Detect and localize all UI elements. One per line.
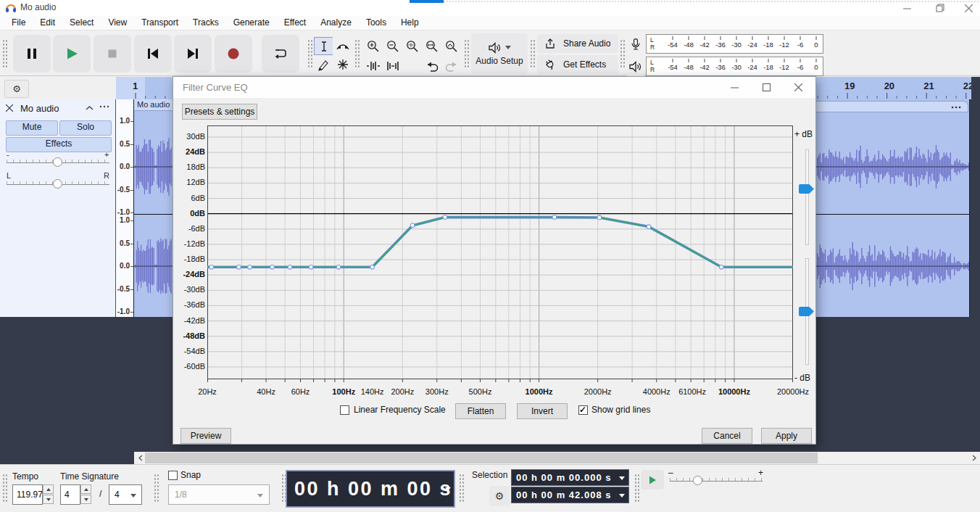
- solo-button[interactable]: Solo: [59, 120, 112, 136]
- loop-button[interactable]: [262, 35, 299, 73]
- menu-view[interactable]: View: [101, 16, 134, 30]
- speed-slider[interactable]: [670, 481, 763, 482]
- scroll-right-arrow[interactable]: [969, 453, 979, 463]
- dialog-minimize-button[interactable]: [718, 77, 750, 98]
- horizontal-scrollbar[interactable]: [134, 452, 980, 464]
- menu-transport[interactable]: Transport: [134, 16, 186, 30]
- scrollbar-thumb[interactable]: [145, 453, 818, 463]
- skip-to-start-button[interactable]: [134, 35, 172, 73]
- preview-button[interactable]: Preview: [180, 428, 231, 444]
- time-display-grip[interactable]: [281, 474, 286, 503]
- tool-selection-button[interactable]: [314, 37, 333, 55]
- invert-button[interactable]: Invert: [517, 403, 568, 419]
- time-signature-spinner[interactable]: [80, 484, 92, 505]
- max-db-slider-thumb[interactable]: [799, 184, 814, 194]
- snap-toolbar-grip[interactable]: [154, 474, 159, 503]
- menu-tracks[interactable]: Tracks: [186, 16, 226, 30]
- tools-toolbar-grip[interactable]: [307, 39, 312, 68]
- menu-file[interactable]: File: [4, 16, 33, 30]
- max-db-slider[interactable]: [805, 149, 809, 245]
- menu-tools[interactable]: Tools: [359, 16, 394, 30]
- track-close-button[interactable]: [6, 104, 14, 113]
- silence-selection-button[interactable]: [383, 57, 403, 75]
- time-display[interactable]: 00 h 00 m 00 s: [286, 471, 454, 507]
- waveform-clip-left[interactable]: Mo audio: [134, 99, 173, 317]
- track-name[interactable]: Mo audio: [20, 103, 59, 114]
- selection-end-field[interactable]: 00 h 00 m 42.008 s: [511, 487, 629, 503]
- selection-start-field[interactable]: 00 h 00 m 00.000 s: [511, 469, 629, 486]
- tempo-spinner[interactable]: [43, 484, 54, 505]
- dialog-maximize-button[interactable]: [750, 77, 782, 98]
- waveform-clip-right[interactable]: [816, 99, 970, 317]
- menu-help[interactable]: Help: [394, 16, 426, 30]
- tool-draw-button[interactable]: [314, 55, 333, 73]
- share-toolbar-grip[interactable]: [530, 39, 535, 68]
- track-menu-button[interactable]: [99, 102, 110, 111]
- linear-frequency-checkbox[interactable]: [340, 405, 349, 415]
- record-button[interactable]: [215, 35, 252, 73]
- playback-meter[interactable]: LR-54-48-42-36-30-24-18-12-60: [646, 57, 823, 76]
- dialog-close-button[interactable]: [782, 77, 814, 98]
- menu-edit[interactable]: Edit: [33, 16, 62, 30]
- selection-options-button[interactable]: ⚙: [489, 486, 510, 506]
- vertical-scale-ruler[interactable]: 1.00.50.0-0.5-1.01.00.50.0-0.5-1.0: [116, 99, 134, 317]
- snap-mode-select[interactable]: 1/8: [168, 484, 270, 505]
- apply-button[interactable]: Apply: [761, 428, 812, 444]
- tempo-input[interactable]: 119.97: [12, 484, 43, 505]
- redo-button[interactable]: [441, 57, 462, 75]
- fit-project-button[interactable]: [422, 37, 442, 55]
- menu-effect[interactable]: Effect: [277, 16, 313, 30]
- play-at-speed-grip[interactable]: [634, 474, 639, 503]
- track-collapse-button[interactable]: [86, 106, 94, 110]
- zoom-in-button[interactable]: [363, 37, 383, 55]
- fit-selection-button[interactable]: [402, 37, 423, 55]
- audio-setup-grip[interactable]: [464, 39, 469, 68]
- window-close-button[interactable]: [957, 0, 980, 16]
- menu-select[interactable]: Select: [62, 16, 101, 30]
- tool-multi-button[interactable]: [333, 55, 352, 73]
- menu-analyze[interactable]: Analyze: [313, 16, 359, 30]
- caret-down-icon[interactable]: [445, 487, 451, 491]
- meter-toolbar-grip[interactable]: [620, 39, 625, 68]
- stop-button[interactable]: [94, 35, 131, 73]
- selection-toolbar-grip[interactable]: [459, 474, 464, 503]
- tool-envelope-button[interactable]: [333, 37, 352, 55]
- trim-outside-selection-button[interactable]: [363, 57, 383, 75]
- show-grid-lines-checkbox[interactable]: [578, 405, 588, 415]
- gain-slider-thumb[interactable]: [53, 157, 62, 167]
- skip-to-end-button[interactable]: [174, 35, 212, 73]
- window-restore-button[interactable]: [923, 0, 957, 16]
- menu-generate[interactable]: Generate: [226, 16, 277, 30]
- zoom-out-button[interactable]: [383, 37, 403, 55]
- playback-meter-speaker-button[interactable]: [627, 57, 644, 77]
- min-db-slider-thumb[interactable]: [799, 307, 814, 316]
- audio-setup-button[interactable]: Audio Setup: [471, 33, 528, 74]
- cancel-button[interactable]: Cancel: [702, 428, 752, 444]
- speed-slider-thumb[interactable]: [693, 476, 702, 485]
- zoom-toggle-button[interactable]: [441, 37, 462, 55]
- play-button[interactable]: [53, 35, 91, 73]
- effects-button[interactable]: Effects: [6, 137, 112, 152]
- pause-button[interactable]: [13, 35, 51, 73]
- time-signature-upper-input[interactable]: 4: [60, 484, 80, 505]
- get-effects-button[interactable]: Get Effects: [537, 55, 618, 74]
- undo-button[interactable]: [422, 57, 442, 75]
- window-minimize-button[interactable]: [890, 0, 923, 16]
- pan-slider-thumb[interactable]: [53, 179, 62, 189]
- record-meter-mic-button[interactable]: [627, 34, 644, 54]
- edit-toolbar-grip[interactable]: [354, 39, 360, 68]
- scroll-left-arrow[interactable]: [136, 453, 145, 463]
- dialog-titlebar[interactable]: Filter Curve EQ: [173, 77, 815, 98]
- timeline-options-button[interactable]: ⚙: [4, 80, 29, 98]
- eq-plot-svg[interactable]: [207, 125, 793, 385]
- time-toolbar-grip[interactable]: [2, 474, 7, 503]
- presets-settings-button[interactable]: Presets & settings: [182, 104, 257, 120]
- snap-checkbox[interactable]: [168, 471, 178, 480]
- recording-meter[interactable]: LR-54-48-42-36-30-24-18-12-60: [646, 34, 823, 54]
- play-at-speed-button[interactable]: [641, 470, 664, 490]
- time-signature-lower-select[interactable]: 4: [109, 484, 142, 505]
- transport-toolbar-grip[interactable]: [2, 39, 7, 68]
- share-audio-button[interactable]: Share Audio: [537, 34, 618, 53]
- mute-button[interactable]: Mute: [6, 120, 58, 136]
- flatten-button[interactable]: Flatten: [455, 403, 506, 419]
